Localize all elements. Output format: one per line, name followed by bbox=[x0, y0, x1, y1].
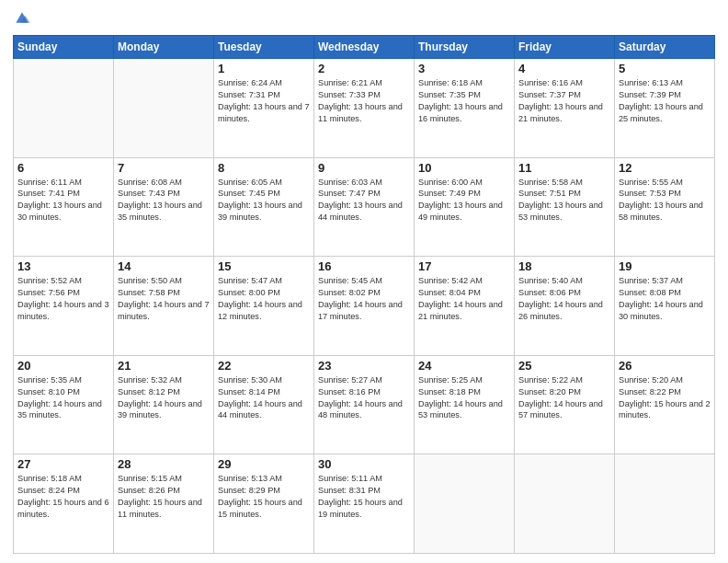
day-info: Sunrise: 5:32 AM Sunset: 8:12 PM Dayligh… bbox=[118, 374, 210, 422]
day-info: Sunrise: 5:55 AM Sunset: 7:53 PM Dayligh… bbox=[619, 177, 711, 224]
calendar-cell: 3Sunrise: 6:18 AM Sunset: 7:35 PM Daylig… bbox=[415, 59, 515, 158]
logo-icon bbox=[13, 9, 31, 28]
day-number: 3 bbox=[418, 62, 510, 75]
day-number: 21 bbox=[118, 359, 210, 373]
calendar-cell: 17Sunrise: 5:42 AM Sunset: 8:04 PM Dayli… bbox=[415, 257, 515, 356]
day-info: Sunrise: 6:24 AM Sunset: 7:31 PM Dayligh… bbox=[218, 77, 310, 125]
day-number: 11 bbox=[518, 161, 610, 175]
day-number: 7 bbox=[118, 161, 210, 175]
day-number: 24 bbox=[418, 359, 510, 373]
day-number: 16 bbox=[318, 259, 410, 273]
calendar-cell: 8Sunrise: 6:05 AM Sunset: 7:45 PM Daylig… bbox=[214, 157, 314, 257]
calendar-cell: 27Sunrise: 5:18 AM Sunset: 8:24 PM Dayli… bbox=[14, 454, 114, 554]
calendar-cell: 22Sunrise: 5:30 AM Sunset: 8:14 PM Dayli… bbox=[214, 355, 314, 454]
calendar-cell bbox=[114, 59, 214, 158]
day-info: Sunrise: 5:58 AM Sunset: 7:51 PM Dayligh… bbox=[518, 177, 610, 224]
day-info: Sunrise: 6:03 AM Sunset: 7:47 PM Dayligh… bbox=[318, 177, 410, 224]
day-info: Sunrise: 5:25 AM Sunset: 8:18 PM Dayligh… bbox=[418, 374, 510, 422]
day-number: 27 bbox=[17, 457, 109, 471]
weekday-header: Tuesday bbox=[214, 36, 314, 59]
page: SundayMondayTuesdayWednesdayThursdayFrid… bbox=[0, 0, 728, 563]
weekday-header: Thursday bbox=[415, 36, 515, 59]
day-info: Sunrise: 5:50 AM Sunset: 7:58 PM Dayligh… bbox=[118, 275, 210, 323]
day-info: Sunrise: 6:21 AM Sunset: 7:33 PM Dayligh… bbox=[318, 77, 410, 125]
day-number: 13 bbox=[17, 259, 109, 273]
day-info: Sunrise: 5:45 AM Sunset: 8:02 PM Dayligh… bbox=[318, 275, 410, 323]
calendar-cell: 1Sunrise: 6:24 AM Sunset: 7:31 PM Daylig… bbox=[214, 59, 314, 158]
day-number: 18 bbox=[518, 259, 610, 273]
day-number: 29 bbox=[218, 457, 310, 471]
calendar-cell bbox=[415, 454, 515, 554]
weekday-header: Friday bbox=[515, 36, 615, 59]
day-number: 22 bbox=[218, 359, 310, 373]
day-info: Sunrise: 6:16 AM Sunset: 7:37 PM Dayligh… bbox=[518, 77, 610, 125]
day-info: Sunrise: 5:52 AM Sunset: 7:56 PM Dayligh… bbox=[17, 275, 109, 323]
calendar-cell: 6Sunrise: 6:11 AM Sunset: 7:41 PM Daylig… bbox=[14, 157, 114, 257]
day-number: 4 bbox=[518, 62, 610, 75]
day-number: 10 bbox=[418, 161, 510, 175]
calendar-cell: 25Sunrise: 5:22 AM Sunset: 8:20 PM Dayli… bbox=[515, 355, 615, 454]
calendar-cell: 18Sunrise: 5:40 AM Sunset: 8:06 PM Dayli… bbox=[515, 257, 615, 356]
day-number: 19 bbox=[619, 259, 711, 273]
calendar-cell: 4Sunrise: 6:16 AM Sunset: 7:37 PM Daylig… bbox=[515, 59, 615, 158]
day-info: Sunrise: 5:40 AM Sunset: 8:06 PM Dayligh… bbox=[518, 275, 610, 323]
day-number: 20 bbox=[17, 359, 109, 373]
day-number: 1 bbox=[218, 62, 310, 75]
day-number: 6 bbox=[17, 161, 109, 175]
weekday-header-row: SundayMondayTuesdayWednesdayThursdayFrid… bbox=[14, 36, 715, 59]
day-number: 23 bbox=[318, 359, 410, 373]
day-number: 25 bbox=[518, 359, 610, 373]
day-info: Sunrise: 5:15 AM Sunset: 8:26 PM Dayligh… bbox=[118, 473, 210, 521]
calendar-cell bbox=[515, 454, 615, 554]
day-info: Sunrise: 5:11 AM Sunset: 8:31 PM Dayligh… bbox=[318, 473, 410, 521]
calendar-cell: 29Sunrise: 5:13 AM Sunset: 8:29 PM Dayli… bbox=[214, 454, 314, 554]
day-number: 5 bbox=[619, 62, 711, 75]
calendar-cell: 28Sunrise: 5:15 AM Sunset: 8:26 PM Dayli… bbox=[114, 454, 214, 554]
header bbox=[13, 9, 715, 28]
calendar-cell: 7Sunrise: 6:08 AM Sunset: 7:43 PM Daylig… bbox=[114, 157, 214, 257]
calendar-cell: 10Sunrise: 6:00 AM Sunset: 7:49 PM Dayli… bbox=[415, 157, 515, 257]
logo bbox=[13, 9, 35, 28]
day-info: Sunrise: 5:18 AM Sunset: 8:24 PM Dayligh… bbox=[17, 473, 109, 521]
calendar-week-row: 1Sunrise: 6:24 AM Sunset: 7:31 PM Daylig… bbox=[14, 59, 715, 158]
day-number: 30 bbox=[318, 457, 410, 471]
calendar-cell: 21Sunrise: 5:32 AM Sunset: 8:12 PM Dayli… bbox=[114, 355, 214, 454]
calendar-week-row: 27Sunrise: 5:18 AM Sunset: 8:24 PM Dayli… bbox=[14, 454, 715, 554]
calendar-cell: 19Sunrise: 5:37 AM Sunset: 8:08 PM Dayli… bbox=[615, 257, 715, 356]
day-number: 8 bbox=[218, 161, 310, 175]
calendar-cell: 11Sunrise: 5:58 AM Sunset: 7:51 PM Dayli… bbox=[515, 157, 615, 257]
calendar-cell: 24Sunrise: 5:25 AM Sunset: 8:18 PM Dayli… bbox=[415, 355, 515, 454]
day-info: Sunrise: 6:11 AM Sunset: 7:41 PM Dayligh… bbox=[17, 177, 109, 224]
day-info: Sunrise: 5:37 AM Sunset: 8:08 PM Dayligh… bbox=[619, 275, 711, 323]
day-info: Sunrise: 5:22 AM Sunset: 8:20 PM Dayligh… bbox=[518, 374, 610, 422]
day-info: Sunrise: 5:30 AM Sunset: 8:14 PM Dayligh… bbox=[218, 374, 310, 422]
day-info: Sunrise: 5:47 AM Sunset: 8:00 PM Dayligh… bbox=[218, 275, 310, 323]
calendar-cell: 12Sunrise: 5:55 AM Sunset: 7:53 PM Dayli… bbox=[615, 157, 715, 257]
calendar-cell: 30Sunrise: 5:11 AM Sunset: 8:31 PM Dayli… bbox=[314, 454, 415, 554]
day-number: 2 bbox=[318, 62, 410, 75]
day-info: Sunrise: 5:27 AM Sunset: 8:16 PM Dayligh… bbox=[318, 374, 410, 422]
day-number: 28 bbox=[118, 457, 210, 471]
day-info: Sunrise: 6:13 AM Sunset: 7:39 PM Dayligh… bbox=[619, 77, 711, 125]
weekday-header: Sunday bbox=[14, 36, 114, 59]
day-info: Sunrise: 6:05 AM Sunset: 7:45 PM Dayligh… bbox=[218, 177, 310, 224]
day-info: Sunrise: 6:00 AM Sunset: 7:49 PM Dayligh… bbox=[418, 177, 510, 224]
day-info: Sunrise: 6:18 AM Sunset: 7:35 PM Dayligh… bbox=[418, 77, 510, 125]
calendar-cell: 23Sunrise: 5:27 AM Sunset: 8:16 PM Dayli… bbox=[314, 355, 415, 454]
weekday-header: Wednesday bbox=[314, 36, 415, 59]
calendar-cell: 9Sunrise: 6:03 AM Sunset: 7:47 PM Daylig… bbox=[314, 157, 415, 257]
day-info: Sunrise: 6:08 AM Sunset: 7:43 PM Dayligh… bbox=[118, 177, 210, 224]
calendar-cell: 20Sunrise: 5:35 AM Sunset: 8:10 PM Dayli… bbox=[14, 355, 114, 454]
calendar-cell bbox=[14, 59, 114, 158]
weekday-header: Monday bbox=[114, 36, 214, 59]
calendar-cell: 5Sunrise: 6:13 AM Sunset: 7:39 PM Daylig… bbox=[615, 59, 715, 158]
day-number: 9 bbox=[318, 161, 410, 175]
day-number: 17 bbox=[418, 259, 510, 273]
calendar-week-row: 13Sunrise: 5:52 AM Sunset: 7:56 PM Dayli… bbox=[14, 257, 715, 356]
day-info: Sunrise: 5:42 AM Sunset: 8:04 PM Dayligh… bbox=[418, 275, 510, 323]
calendar-cell: 14Sunrise: 5:50 AM Sunset: 7:58 PM Dayli… bbox=[114, 257, 214, 356]
day-info: Sunrise: 5:35 AM Sunset: 8:10 PM Dayligh… bbox=[17, 374, 109, 422]
day-info: Sunrise: 5:20 AM Sunset: 8:22 PM Dayligh… bbox=[619, 374, 711, 422]
day-number: 26 bbox=[619, 359, 711, 373]
day-number: 15 bbox=[218, 259, 310, 273]
